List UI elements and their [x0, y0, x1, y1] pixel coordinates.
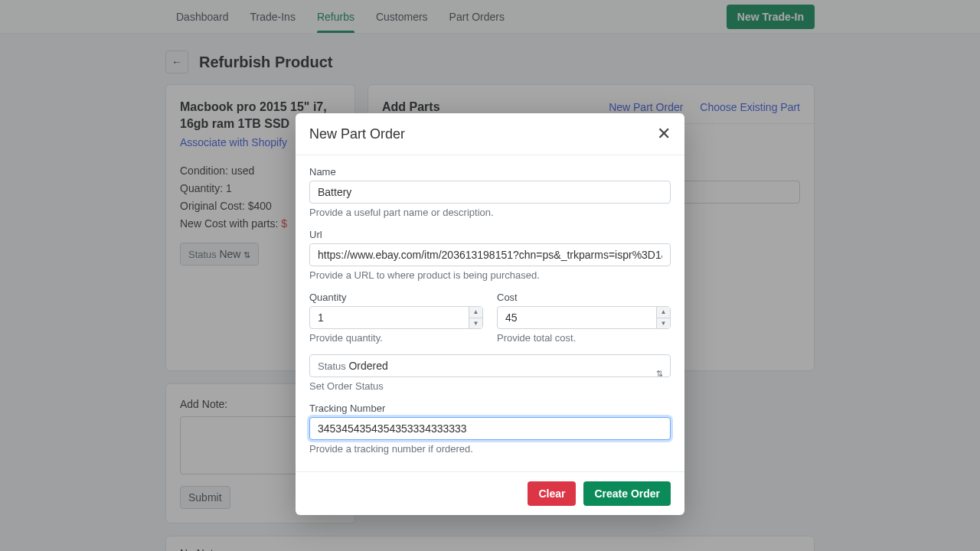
quantity-help: Provide quantity.	[309, 332, 483, 344]
new-part-order-modal: New Part Order ✕ Name Provide a useful p…	[296, 113, 684, 515]
url-label: Url	[309, 229, 671, 240]
create-order-button[interactable]: Create Order	[583, 481, 671, 506]
status-help: Set Order Status	[309, 380, 671, 392]
cost-help: Provide total cost.	[497, 332, 671, 344]
name-input[interactable]	[309, 181, 671, 204]
cost-stepper[interactable]: ▲▼	[656, 307, 670, 328]
name-help: Provide a useful part name or descriptio…	[309, 207, 671, 218]
quantity-stepper[interactable]: ▲▼	[469, 307, 482, 328]
clear-button[interactable]: Clear	[528, 481, 576, 506]
url-input[interactable]	[309, 243, 671, 266]
chevron-up-icon[interactable]: ▲	[657, 307, 670, 318]
quantity-input[interactable]	[309, 306, 483, 329]
quantity-label: Quantity	[309, 292, 483, 303]
chevron-down-icon[interactable]: ▼	[657, 318, 670, 329]
modal-overlay[interactable]: New Part Order ✕ Name Provide a useful p…	[0, 0, 980, 551]
tracking-label: Tracking Number	[309, 403, 671, 414]
tracking-help: Provide a tracking number if ordered.	[309, 443, 671, 455]
url-help: Provide a URL to where product is being …	[309, 269, 671, 281]
chevron-down-icon[interactable]: ▼	[469, 318, 482, 329]
tracking-input[interactable]	[309, 417, 671, 440]
close-icon[interactable]: ✕	[657, 126, 671, 142]
modal-title: New Part Order	[309, 126, 405, 142]
name-label: Name	[309, 166, 671, 178]
status-select[interactable]: Status Ordered	[309, 354, 671, 377]
chevron-up-icon[interactable]: ▲	[469, 307, 482, 318]
cost-input[interactable]	[497, 306, 671, 329]
cost-label: Cost	[497, 292, 671, 303]
